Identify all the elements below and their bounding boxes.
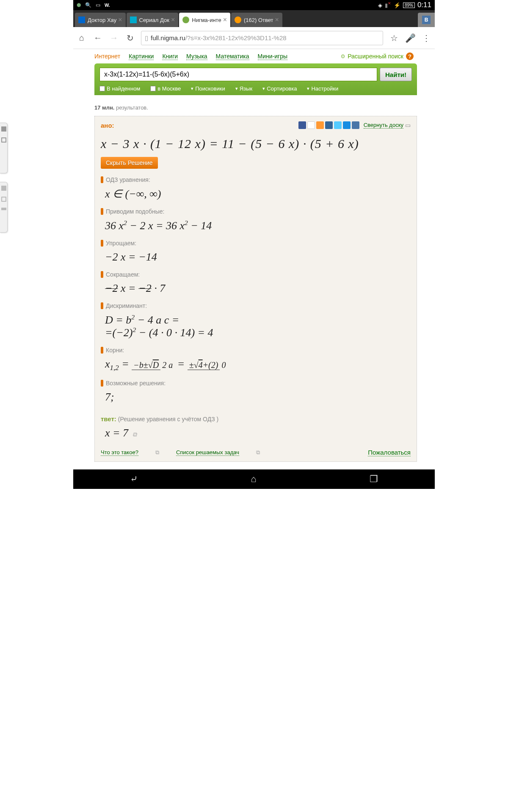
board-footer: Что это такое?⧉ Список решаемых задач⧉ П… [101, 449, 411, 456]
signal-icon: ▮✕ [385, 2, 391, 8]
results-count: 17 млн. результатов. [94, 104, 417, 111]
battery-pct: 89% [403, 3, 415, 8]
home-icon[interactable]: ⌂ [77, 33, 87, 43]
reload-icon[interactable]: ↻ [125, 33, 135, 43]
answer-label: твет: [101, 415, 116, 422]
copy-icon[interactable]: ⧉ [133, 431, 137, 438]
browser-tabs: Доктор Хау× Сериал Док× Нигма-инте× (162… [73, 10, 435, 27]
twitter-icon[interactable] [334, 121, 342, 129]
star-icon[interactable]: ☆ [389, 33, 399, 43]
nav-games[interactable]: Мини-игры [258, 53, 287, 60]
solution-board: ано: Свернуть доску ▭ x − 3 x · (1 − 12 … [94, 116, 417, 462]
tab-nigma[interactable]: Нигма-инте× [179, 13, 230, 27]
menu-icon[interactable]: ⋮ [421, 33, 431, 43]
android-nav-bar: ⤶ ⌂ ❐ [73, 469, 435, 489]
main-equation: x − 3 x · (1 − 12 x) = 11 − (5 − 6 x) · … [101, 137, 411, 151]
ext-icon: ⧉ [155, 449, 159, 456]
given-label: ано: [101, 122, 114, 129]
close-icon[interactable]: × [171, 16, 175, 24]
tab-serial[interactable]: Сериал Док× [127, 13, 179, 27]
back-icon[interactable]: ← [93, 33, 103, 43]
vk-icon[interactable] [352, 121, 359, 129]
nav-music[interactable]: Музыка [186, 53, 207, 60]
browser-toolbar: ⌂ ← → ↻ ▯ full.nigma.ru/?s=x-3x%281-12x%… [73, 27, 435, 49]
ext-icon: ⧉ [256, 449, 260, 456]
step-like-math: 36 x2 − 2 x = 36 x2 − 14 [105, 219, 411, 232]
android-status-bar: ⬢ 🔍 ▭ W. ◈ ▮✕ ⚡ 89% 0:11 [73, 0, 435, 10]
search-icon: 🔍 [85, 2, 91, 8]
content-area: 17 млн. результатов. ано: Свернуть доску… [73, 95, 435, 466]
step-disc-label: Дискриминант: [106, 302, 147, 309]
pen-icon[interactable] [325, 121, 333, 129]
chevron-down-icon: ⊙ [341, 53, 345, 59]
step-odz-label: ОДЗ уравнения: [106, 176, 150, 183]
nigma-nav: Интернет Картинки Книги Музыка Математик… [73, 49, 435, 63]
image-icon: ▭ [96, 2, 100, 8]
home-button[interactable]: ⌂ [251, 474, 256, 485]
shield-icon: ⬢ [77, 2, 81, 8]
back-button[interactable]: ⤶ [130, 474, 138, 485]
board-icon: ▭ [405, 122, 411, 129]
tab-answers[interactable]: (162) Ответ× [231, 13, 282, 27]
collapse-board-link[interactable]: Свернуть доску [364, 122, 403, 129]
nav-images[interactable]: Картинки [129, 53, 154, 60]
od-icon[interactable] [316, 121, 324, 129]
search-input[interactable] [99, 68, 377, 81]
people-icon[interactable] [307, 121, 315, 129]
step-roots-label: Корни: [106, 347, 124, 354]
step-reduce-label: Сокращаем: [106, 271, 140, 278]
what-is-this-link[interactable]: Что это такое? [101, 449, 138, 456]
mic-icon[interactable]: 🎤 [405, 33, 415, 43]
walkman-icon: W. [105, 3, 110, 8]
task-list-link[interactable]: Список решаемых задач [176, 449, 239, 456]
tab-overflow[interactable]: B [418, 13, 435, 27]
step-odz-math: x ∈ (−∞, ∞) [105, 187, 411, 200]
mail-icon[interactable] [343, 121, 351, 129]
social-icons [298, 121, 359, 129]
close-icon[interactable]: × [223, 16, 227, 24]
step-disc-math: D = b2 − 4 a c ==(−2)2 − (4 · 0 · 14) = … [105, 313, 411, 339]
nav-books[interactable]: Книги [162, 53, 178, 60]
bolt-icon: ⚡ [394, 2, 400, 8]
answer-sub: (Решение уравнения с учётом ОДЗ ) [116, 416, 218, 422]
filter-lang[interactable]: Язык [235, 85, 252, 92]
step-reduce-math: −2 x = −2 · 7 [105, 282, 411, 295]
tab-doctor-house[interactable]: Доктор Хау× [75, 13, 126, 27]
step-possible-label: Возможные решения: [106, 380, 166, 387]
step-simplify-label: Упрощаем: [106, 240, 136, 247]
step-possible-math: 7; [105, 391, 411, 403]
url-input[interactable]: ▯ full.nigma.ru/?s=x-3x%281-12x%29%3D11-… [141, 31, 383, 45]
filter-found[interactable]: В найденном [99, 85, 140, 92]
search-button[interactable]: Найти! [380, 68, 412, 81]
filter-prefs[interactable]: Настройки [307, 85, 338, 92]
clock: 0:11 [417, 1, 431, 9]
step-simplify-math: −2 x = −14 [105, 251, 411, 263]
answer-math: x = 7⧉ [105, 427, 411, 439]
facebook-icon[interactable] [298, 121, 306, 129]
help-icon[interactable]: ? [406, 52, 414, 60]
filter-engines[interactable]: Поисковики [191, 85, 225, 92]
filter-moscow[interactable]: в Москве [150, 85, 181, 92]
step-like-label: Приводим подобные: [106, 208, 164, 215]
page-icon: ▯ [145, 34, 148, 42]
step-roots-math: x1,2 = −b±√D2 a = ±√4+(2)0 [105, 358, 411, 372]
hide-solution-button[interactable]: Скрыть Решение [101, 157, 158, 169]
complain-link[interactable]: Пожаловаться [368, 449, 411, 456]
search-panel: Найти! В найденном в Москве Поисковики Я… [94, 63, 417, 95]
forward-icon[interactable]: → [109, 33, 119, 43]
nav-internet[interactable]: Интернет [94, 53, 120, 60]
advanced-search-link[interactable]: Расширенный поиск [348, 53, 403, 60]
filter-sort[interactable]: Сортировка [262, 85, 297, 92]
recent-button[interactable]: ❐ [370, 474, 378, 485]
close-icon[interactable]: × [118, 16, 122, 24]
wifi-icon: ◈ [378, 2, 382, 8]
nav-math[interactable]: Математика [216, 53, 249, 60]
close-icon[interactable]: × [275, 16, 279, 24]
